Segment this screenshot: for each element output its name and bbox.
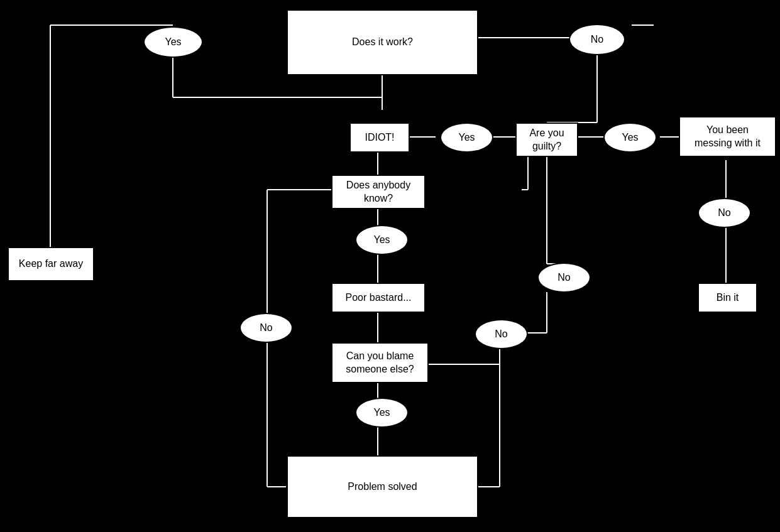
are-you-guilty-box: Are you guilty? bbox=[515, 122, 578, 157]
problem-solved-box: Problem solved bbox=[287, 455, 478, 518]
no-right1: No bbox=[698, 198, 751, 228]
no-right2: No bbox=[537, 263, 591, 293]
you-been-messing-box: You been messing with it bbox=[679, 116, 776, 157]
yes-bottom: Yes bbox=[355, 398, 409, 428]
yes-mid3: Yes bbox=[355, 225, 409, 255]
no-top-right: No bbox=[569, 24, 625, 55]
does-anybody-know-box: Does anybody know? bbox=[331, 175, 426, 209]
yes-mid1: Yes bbox=[440, 122, 493, 153]
can-you-blame-box: Can you blame someone else? bbox=[331, 342, 429, 383]
yes-mid2: Yes bbox=[603, 122, 657, 153]
bin-it-box: Bin it bbox=[698, 283, 757, 313]
poor-bastard-box: Poor bastard... bbox=[331, 283, 426, 313]
flowchart: Does it work? Yes No IDIOT! Yes Are you … bbox=[0, 0, 780, 532]
keep-far-away-box: Keep far away bbox=[8, 247, 94, 281]
idiot-box: IDIOT! bbox=[349, 122, 410, 153]
yes-top-left: Yes bbox=[143, 26, 203, 58]
no-mid-left: No bbox=[239, 313, 293, 343]
does-it-work-box: Does it work? bbox=[287, 9, 478, 75]
no-mid2: No bbox=[475, 319, 528, 349]
